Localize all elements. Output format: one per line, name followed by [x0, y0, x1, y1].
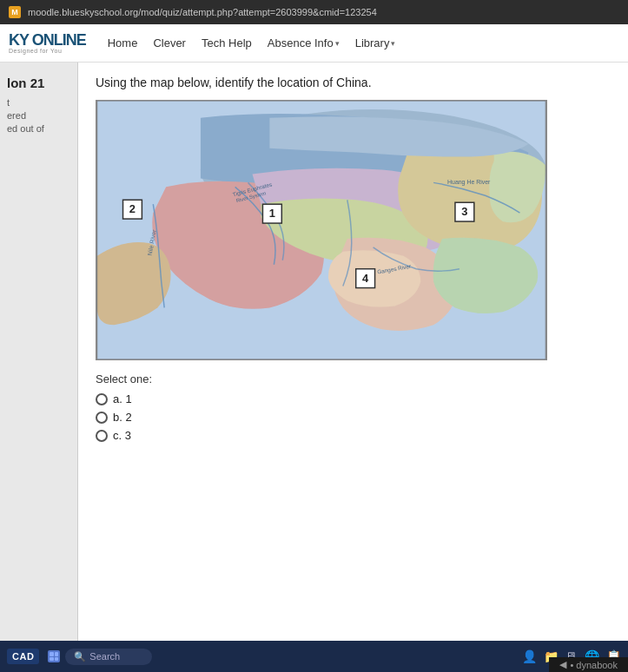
- page-layout: lon 21 t ered ed out of Using the map be…: [0, 63, 628, 641]
- dynabook-bar: ◀ • dynabook: [549, 657, 628, 672]
- option-c[interactable]: c. 3: [96, 429, 611, 442]
- svg-text:4: 4: [362, 272, 369, 285]
- sidebar: lon 21 t ered ed out of: [0, 63, 78, 641]
- main-content: Using the map below, identify the locati…: [78, 63, 628, 641]
- sidebar-t: t: [7, 97, 70, 108]
- svg-text:Huang He River: Huang He River: [447, 179, 491, 186]
- taskbar-start-button[interactable]: CAD: [7, 649, 39, 664]
- radio-b[interactable]: [96, 412, 108, 424]
- taskbar-search-box[interactable]: 🔍 Search: [65, 649, 152, 665]
- browser-bar: M moodle.blueskyschool.org/mod/quiz/atte…: [0, 0, 628, 24]
- option-b-label: b. 2: [113, 411, 132, 424]
- search-icon: 🔍: [74, 651, 86, 662]
- question-number: lon 21: [7, 76, 70, 90]
- radio-c[interactable]: [96, 430, 108, 442]
- map-container: Nile River Tigris Euphrates River System…: [96, 100, 547, 360]
- site-logo: KY ONLINE Designed for You: [9, 32, 90, 54]
- browser-icon: M: [9, 6, 21, 18]
- svg-text:3: 3: [461, 205, 467, 218]
- url-bar: moodle.blueskyschool.org/mod/quiz/attemp…: [28, 7, 377, 17]
- option-a[interactable]: a. 1: [96, 392, 611, 405]
- windows-grid-icon[interactable]: [48, 650, 60, 662]
- dynabook-label: • dynabook: [570, 660, 618, 670]
- screen-content: KY ONLINE Designed for You Home Clever T…: [0, 24, 628, 641]
- nav-home[interactable]: Home: [108, 36, 138, 49]
- sidebar-ered: ered: [7, 110, 70, 121]
- map-svg: Nile River Tigris Euphrates River System…: [96, 101, 546, 359]
- sidebar-ed-out-of: ed out of: [7, 123, 70, 134]
- option-c-label: c. 3: [113, 429, 131, 442]
- nav-tech-help[interactable]: Tech Help: [202, 36, 252, 49]
- dynabook-icon: ◀: [559, 659, 566, 670]
- nav-links: Home Clever Tech Help Absence Info ▾ Lib…: [108, 36, 396, 49]
- option-b[interactable]: b. 2: [96, 411, 611, 424]
- nav-absence-info[interactable]: Absence Info ▾: [268, 36, 340, 49]
- user-icon: 👤: [522, 649, 537, 663]
- nav-library[interactable]: Library ▾: [355, 36, 396, 49]
- search-label: Search: [89, 651, 120, 662]
- option-a-label: a. 1: [113, 392, 132, 405]
- library-dropdown-arrow: ▾: [391, 39, 395, 48]
- radio-a[interactable]: [96, 393, 108, 405]
- svg-text:2: 2: [129, 202, 136, 215]
- taskbar: CAD 🔍 Search 👤 📁 🖥 🌐 📋: [0, 641, 628, 672]
- svg-text:1: 1: [269, 207, 275, 220]
- absence-dropdown-arrow: ▾: [335, 39, 340, 48]
- nav-bar: KY ONLINE Designed for You Home Clever T…: [0, 24, 628, 63]
- nav-clever[interactable]: Clever: [153, 36, 186, 49]
- question-text: Using the map below, identify the locati…: [96, 76, 611, 89]
- select-one-label: Select one:: [96, 372, 611, 385]
